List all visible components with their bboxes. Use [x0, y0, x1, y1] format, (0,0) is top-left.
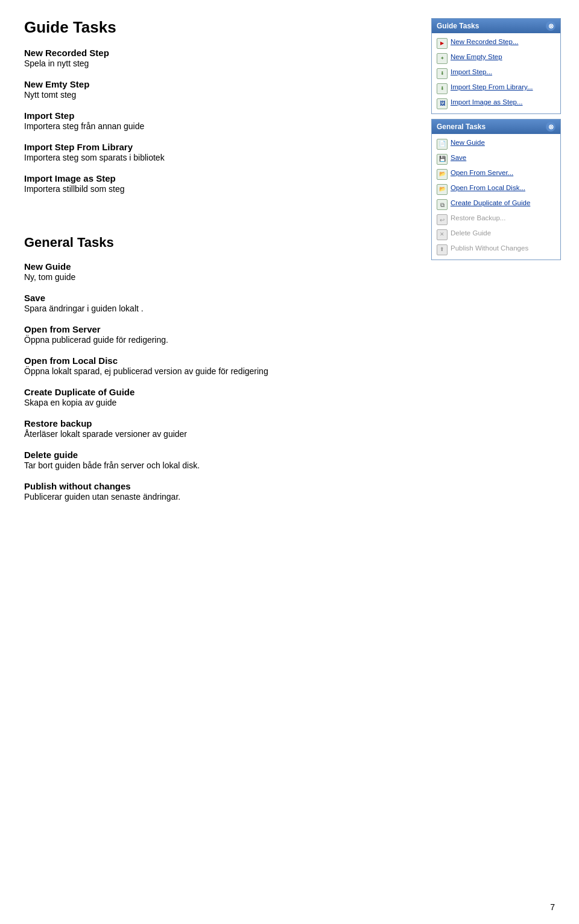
panel-item-new-recorded-step[interactable]: New Recorded Step...	[432, 36, 560, 51]
duplicate-icon	[437, 199, 448, 210]
panel-item-new-empty-step[interactable]: New Empty Step	[432, 51, 560, 66]
panel-item-create-duplicate-label: Create Duplicate of Guide	[451, 199, 555, 208]
task-import-step: Import Step Importera steg från annan gu…	[24, 110, 350, 131]
task-new-guide: New Guide Ny, tom guide	[24, 261, 350, 282]
task-save: Save Spara ändringar i guiden lokalt .	[24, 293, 350, 313]
new-step-icon	[437, 53, 448, 64]
panel-item-import-image-as-step[interactable]: Import Image as Step...	[432, 96, 560, 111]
panel-item-new-guide-label: New Guide	[451, 138, 555, 147]
restore-icon	[437, 214, 448, 225]
guide-tasks-panel-title: Guide Tasks	[437, 22, 479, 30]
import-library-icon	[437, 83, 448, 94]
panel-item-delete-guide: Delete Guide	[432, 227, 560, 242]
panel-item-restore-backup-label: Restore Backup...	[451, 214, 555, 223]
panel-item-save-label: Save	[451, 153, 555, 162]
guide-tasks-panel: Guide Tasks ⊗ New Recorded Step... New E…	[431, 18, 561, 114]
guide-tasks-chevron-icon[interactable]: ⊗	[546, 21, 555, 31]
page-number: 7	[550, 902, 555, 912]
open-server-icon	[437, 169, 448, 180]
panel-item-restore-backup: Restore Backup...	[432, 212, 560, 227]
open-local-icon	[437, 184, 448, 195]
task-open-from-server: Open from Server Öppna publicerad guide …	[24, 324, 350, 345]
task-publish-without-changes: Publish without changes Publicerar guide…	[24, 481, 350, 502]
general-tasks-panel-body: New Guide Save Open From Server... Open …	[432, 134, 560, 260]
task-delete-guide: Delete guide Tar bort guiden både från s…	[24, 450, 350, 470]
guide-tasks-panel-header: Guide Tasks ⊗	[432, 19, 560, 33]
record-icon	[437, 38, 448, 49]
general-tasks-panel-header: General Tasks ⊗	[432, 119, 560, 134]
panel-item-delete-guide-label: Delete Guide	[451, 229, 555, 238]
general-tasks-chevron-icon[interactable]: ⊗	[546, 122, 555, 132]
delete-guide-icon	[437, 229, 448, 240]
panel-item-new-recorded-step-label: New Recorded Step...	[451, 37, 555, 46]
task-new-recorded-step: New Recorded Step Spela in nytt steg	[24, 48, 350, 68]
panel-item-import-step-from-library[interactable]: Import Step From Library...	[432, 81, 560, 96]
import-image-icon	[437, 98, 448, 109]
task-create-duplicate: Create Duplicate of Guide Skapa en kopia…	[24, 387, 350, 407]
task-import-step-from-library: Import Step From Library Importera steg …	[24, 142, 350, 162]
save-icon	[437, 154, 448, 165]
task-open-from-local-disc: Open from Local Disc Öppna lokalt sparad…	[24, 355, 350, 376]
guide-tasks-heading: Guide Tasks	[24, 18, 350, 37]
panel-item-open-from-server-label: Open From Server...	[451, 168, 555, 177]
panel-item-new-guide[interactable]: New Guide	[432, 136, 560, 151]
task-restore-backup: Restore backup Återläser lokalt sparade …	[24, 418, 350, 439]
import-step-icon	[437, 68, 448, 79]
task-new-emty-step: New Emty Step Nytt tomt steg	[24, 79, 350, 100]
panel-item-new-empty-step-label: New Empty Step	[451, 53, 555, 62]
panel-item-create-duplicate[interactable]: Create Duplicate of Guide	[432, 197, 560, 212]
general-tasks-panel: General Tasks ⊗ New Guide Save Open From…	[431, 119, 561, 260]
panel-item-open-from-server[interactable]: Open From Server...	[432, 167, 560, 182]
panel-item-import-image-as-step-label: Import Image as Step...	[451, 98, 555, 107]
panel-item-open-from-local-disk-label: Open From Local Disk...	[451, 183, 555, 193]
publish-icon	[437, 244, 448, 255]
panel-item-open-from-local-disk[interactable]: Open From Local Disk...	[432, 182, 560, 197]
general-tasks-heading: General Tasks	[24, 235, 350, 250]
panel-item-import-step[interactable]: Import Step...	[432, 66, 560, 81]
page-content: Guide Tasks New Recorded Step Spela in n…	[0, 0, 374, 549]
panel-item-import-step-label: Import Step...	[451, 68, 555, 77]
guide-tasks-panel-body: New Recorded Step... New Empty Step Impo…	[432, 33, 560, 113]
general-tasks-panel-title: General Tasks	[437, 123, 486, 131]
panel-item-publish-without-changes-label: Publish Without Changes	[451, 244, 555, 253]
right-panel: Guide Tasks ⊗ New Recorded Step... New E…	[431, 18, 561, 265]
new-guide-icon	[437, 139, 448, 150]
panel-item-publish-without-changes: Publish Without Changes	[432, 242, 560, 257]
panel-item-save[interactable]: Save	[432, 151, 560, 167]
panel-item-import-step-from-library-label: Import Step From Library...	[451, 83, 555, 92]
task-import-image-as-step: Import Image as Step Importera stillbild…	[24, 173, 350, 194]
